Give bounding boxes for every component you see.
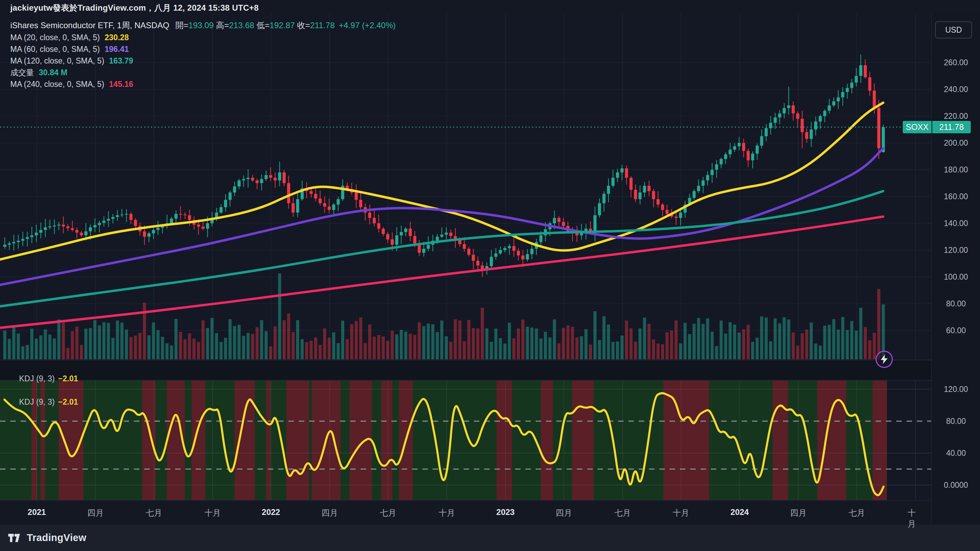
kdj-axis-tick: 120.00 [932, 385, 980, 394]
ohlc-value: 213.68 [229, 21, 254, 30]
time-tick-month: 四月 [321, 507, 338, 518]
price-tick: 100.00 [932, 272, 980, 282]
kdj-axis-tick: 40.00 [932, 449, 980, 458]
price-tick: 220.00 [932, 111, 980, 121]
price-tick: 200.00 [932, 139, 980, 148]
time-tick-year: 2021 [27, 507, 46, 517]
ohlc-label: 低= [254, 21, 270, 30]
time-tick-year: 2022 [262, 507, 280, 517]
symbol-ohlc-row[interactable]: iShares Semiconductor ETF, 1周, NASDAQ 開=… [10, 19, 396, 32]
indicator-legend: iShares Semiconductor ETF, 1周, NASDAQ 開=… [10, 19, 396, 90]
kdj-label: KDJ (9, 3) [19, 374, 55, 383]
legend-value: 196.41 [105, 45, 129, 54]
price-tick: 80.00 [932, 299, 980, 309]
price-tick: 120.00 [932, 245, 980, 255]
badge-symbol: SOXX [903, 121, 932, 133]
time-axis[interactable]: 2021四月七月十月2022四月七月十月2023四月七月十月2024四月七月十月 [0, 500, 931, 524]
price-tick: 60.00 [932, 326, 980, 335]
kdj-label: KDJ (9, 3) [19, 397, 55, 406]
ohlc-value: 211.78 [310, 21, 335, 30]
page-footer: TradingView [0, 524, 980, 551]
change-value: +4.97 (+2.40%) [339, 21, 396, 30]
symbol-title: iShares Semiconductor ETF, 1周, NASDAQ [10, 20, 169, 31]
legend-label: MA (60, close, 0, SMA, 5) [10, 45, 100, 54]
price-axis[interactable]: USD 260.00240.00220.00200.00180.00160.00… [931, 13, 980, 524]
price-tick: 180.00 [932, 165, 980, 175]
legend-row[interactable]: MA (240, close, 0, SMA, 5)145.16 [10, 78, 396, 90]
kdj-axis-tick: 0.0000 [932, 481, 980, 490]
time-tick-month: 十月 [673, 507, 689, 518]
kdj-value: −2.01 [58, 397, 78, 406]
price-tick: 160.00 [932, 192, 980, 201]
price-tick: 240.00 [932, 85, 980, 94]
time-tick-year: 2023 [496, 507, 514, 517]
time-tick-month: 七月 [614, 507, 631, 518]
kdj-axis-tick: 80.00 [932, 417, 980, 426]
legend-value: 30.84 M [39, 68, 67, 77]
legend-row[interactable]: MA (20, close, 0, SMA, 5)230.28 [10, 32, 396, 43]
ohlc-values: 開=193.09 高=213.68 低=192.87 收=211.78 [175, 20, 335, 31]
last-price-badge: SOXX 211.78 [903, 121, 971, 133]
legend-label: MA (120, close, 0, SMA, 5) [10, 56, 104, 65]
legend-label: 成交量 [10, 67, 34, 78]
kdj-legend-overlay[interactable]: KDJ (9, 3)−2.01 [10, 388, 78, 416]
ohlc-value: 193.09 [189, 21, 213, 30]
time-tick-month: 七月 [380, 507, 396, 518]
legend-row[interactable]: 成交量30.84 M [10, 67, 396, 78]
ohlc-label: 收= [294, 21, 310, 30]
time-tick-month: 七月 [848, 507, 865, 518]
legend-label: MA (20, close, 0, SMA, 5) [10, 33, 100, 42]
tradingview-logo-text: TradingView [27, 532, 86, 543]
badge-price: 211.78 [932, 121, 971, 133]
time-tick-month: 十月 [204, 507, 221, 518]
legend-row[interactable]: MA (60, close, 0, SMA, 5)196.41 [10, 43, 396, 55]
ohlc-label: 開= [175, 21, 189, 30]
time-tick-month: 十月 [439, 507, 455, 518]
kdj-value: −2.01 [58, 374, 78, 383]
legend-value: 163.79 [109, 56, 133, 65]
legend-value: 230.28 [105, 33, 129, 42]
tradingview-chart-page: jackieyutw發表於TradingView.com，八月 12, 2024… [0, 0, 980, 551]
time-tick-month: 四月 [790, 507, 807, 518]
tradingview-logo[interactable]: TradingView [8, 532, 86, 543]
ohlc-label: 高= [213, 21, 229, 30]
currency-button[interactable]: USD [935, 21, 972, 38]
time-tick-year: 2024 [730, 507, 749, 517]
legend-label: MA (240, close, 0, SMA, 5) [10, 80, 104, 89]
legend-row[interactable]: MA (120, close, 0, SMA, 5)163.79 [10, 55, 396, 67]
time-tick-month: 十月 [908, 507, 923, 529]
ohlc-value: 192.87 [270, 21, 294, 30]
price-tick: 260.00 [932, 58, 980, 67]
price-tick: 140.00 [932, 219, 980, 228]
tradingview-logo-icon [8, 532, 23, 543]
time-tick-month: 七月 [146, 507, 162, 518]
time-tick-month: 四月 [87, 507, 104, 518]
legend-value: 145.16 [109, 80, 133, 89]
time-tick-month: 四月 [555, 507, 572, 518]
